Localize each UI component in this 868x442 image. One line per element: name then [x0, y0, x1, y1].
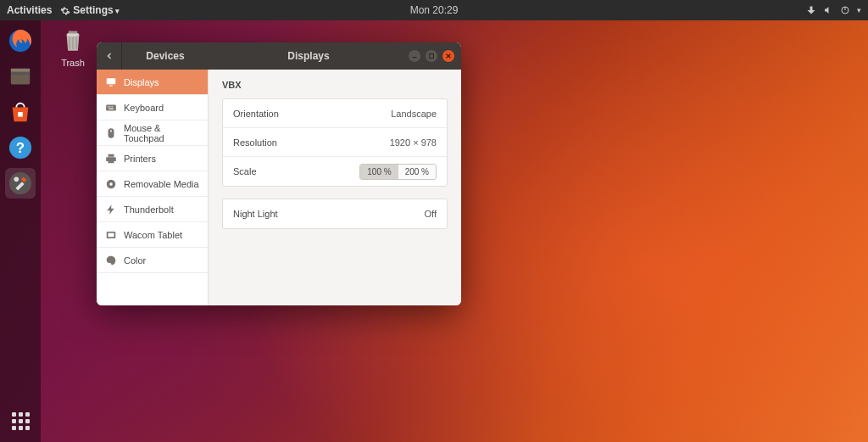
volume-icon [823, 5, 833, 15]
window-titlebar[interactable]: Devices Displays [97, 42, 461, 70]
window-maximize-button[interactable] [426, 50, 437, 62]
network-icon [806, 5, 816, 15]
sidebar-item-label: Thunderbolt [124, 204, 174, 215]
show-applications-button[interactable] [8, 408, 33, 434]
desktop-trash-label: Trash [47, 58, 98, 68]
sidebar-item-color[interactable]: Color [97, 248, 208, 273]
orientation-value: Landscape [391, 109, 437, 119]
clock[interactable]: Mon 20:29 [410, 4, 459, 16]
sidebar-item-printers[interactable]: Printers [97, 146, 208, 171]
sidebar-item-displays[interactable]: Displays [97, 70, 208, 95]
maximize-icon [428, 53, 435, 59]
titlebar-page-title: Displays [209, 50, 409, 62]
svg-rect-20 [112, 106, 113, 107]
svg-rect-4 [12, 72, 30, 75]
sidebar-item-label: Displays [124, 77, 159, 87]
devices-sidebar: Displays Keyboard Mouse & Touchpad Print… [97, 70, 209, 305]
dock-app-software[interactable] [5, 97, 36, 127]
files-icon [8, 64, 33, 89]
svg-point-23 [109, 182, 113, 186]
night-light-panel: Night Light Off [222, 199, 448, 229]
window-controls [409, 50, 461, 62]
gear-icon [60, 6, 70, 16]
scale-toggle: 100 % 200 % [359, 164, 437, 180]
svg-rect-5 [11, 69, 31, 72]
printer-icon [105, 153, 117, 165]
svg-rect-14 [430, 54, 434, 59]
svg-rect-6 [18, 112, 23, 117]
thunderbolt-icon [105, 204, 117, 215]
app-menu-label: Settings [73, 4, 113, 16]
svg-text:?: ? [16, 140, 25, 156]
settings-window: Devices Displays Displays Keyboard Mouse… [97, 42, 461, 305]
sidebar-item-label: Mouse & Touchpad [124, 123, 199, 143]
sidebar-item-label: Wacom Tablet [124, 230, 182, 240]
power-icon [840, 5, 850, 15]
dock-app-settings[interactable] [5, 168, 36, 199]
scale-option-100[interactable]: 100 % [360, 165, 398, 179]
chevron-down-icon: ▾ [115, 7, 120, 15]
sidebar-item-label: Color [124, 255, 146, 266]
display-icon [105, 76, 117, 88]
svg-rect-25 [108, 232, 114, 237]
dock: ? [0, 20, 41, 442]
svg-rect-12 [69, 31, 78, 33]
svg-rect-19 [109, 106, 110, 107]
titlebar-section: Devices [122, 50, 209, 62]
sidebar-item-thunderbolt[interactable]: Thunderbolt [97, 197, 208, 222]
dock-app-help[interactable]: ? [5, 132, 36, 163]
sidebar-item-label: Printers [124, 154, 156, 164]
night-light-label: Night Light [233, 209, 278, 219]
night-light-row[interactable]: Night Light Off [223, 199, 447, 228]
scale-row: Scale 100 % 200 % [223, 157, 447, 186]
system-status-area[interactable]: ▾ [806, 5, 861, 15]
displays-content: VBX Orientation Landscape Resolution 192… [209, 70, 461, 305]
dock-app-firefox[interactable] [5, 25, 36, 56]
sidebar-item-label: Keyboard [124, 103, 164, 113]
dock-app-files[interactable] [5, 61, 36, 92]
firefox-icon [8, 28, 33, 53]
activities-button[interactable]: Activities [7, 4, 52, 16]
window-minimize-button[interactable] [409, 50, 420, 62]
resolution-label: Resolution [233, 137, 277, 148]
window-close-button[interactable] [442, 50, 454, 62]
scale-label: Scale [233, 166, 257, 176]
close-icon [445, 53, 452, 59]
svg-point-10 [14, 177, 19, 182]
sidebar-item-wacom[interactable]: Wacom Tablet [97, 222, 208, 248]
chevron-left-icon [104, 51, 114, 61]
monitor-name: VBX [222, 80, 448, 90]
svg-rect-18 [108, 106, 108, 107]
minimize-icon [411, 53, 418, 59]
orientation-row[interactable]: Orientation Landscape [223, 99, 447, 128]
tablet-icon [105, 229, 117, 241]
display-settings-panel: Orientation Landscape Resolution 1920 × … [222, 98, 448, 187]
help-icon: ? [8, 135, 33, 160]
desktop-trash[interactable]: Trash [47, 25, 98, 68]
trash-icon [58, 25, 87, 54]
resolution-value: 1920 × 978 [390, 137, 437, 148]
orientation-label: Orientation [233, 109, 279, 119]
app-menu[interactable]: Settings▾ [60, 4, 119, 16]
svg-rect-15 [107, 78, 116, 84]
sidebar-item-removable-media[interactable]: Removable Media [97, 171, 208, 197]
scale-option-200[interactable]: 200 % [398, 165, 436, 179]
sidebar-item-label: Removable Media [124, 179, 199, 189]
svg-rect-21 [108, 108, 114, 109]
svg-rect-16 [109, 85, 113, 86]
top-bar: Activities Settings▾ Mon 20:29 ▾ [0, 0, 868, 20]
back-button[interactable] [97, 42, 122, 70]
sidebar-item-mouse[interactable]: Mouse & Touchpad [97, 120, 208, 146]
keyboard-icon [105, 102, 117, 114]
svg-rect-3 [11, 70, 31, 85]
removable-media-icon [105, 178, 117, 190]
mouse-icon [105, 127, 117, 139]
chevron-down-icon: ▾ [857, 6, 861, 14]
resolution-row[interactable]: Resolution 1920 × 978 [223, 128, 447, 157]
settings-tools-icon [8, 171, 33, 196]
svg-rect-17 [106, 104, 116, 110]
night-light-value: Off [425, 209, 437, 219]
sidebar-item-keyboard[interactable]: Keyboard [97, 95, 208, 120]
shopping-bag-icon [8, 99, 33, 125]
color-icon [105, 255, 117, 266]
